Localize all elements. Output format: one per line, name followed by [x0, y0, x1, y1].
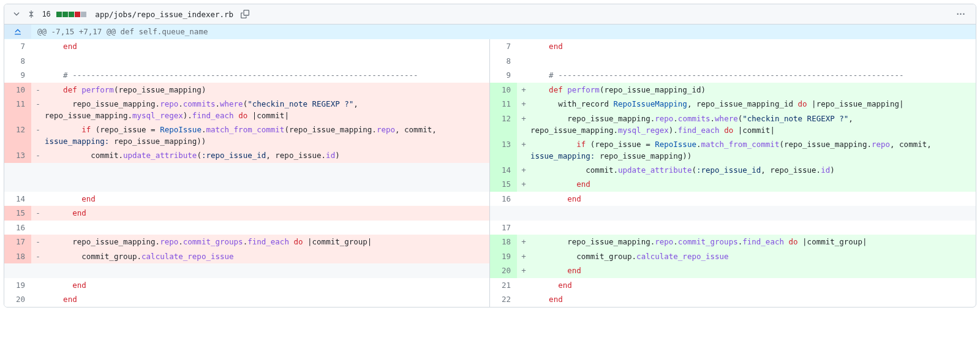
diffstat-added-square — [62, 12, 68, 17]
line-number[interactable]: 21 — [490, 278, 517, 293]
line-number[interactable]: 7 — [4, 39, 31, 54]
line-number[interactable]: 16 — [4, 221, 31, 235]
diff-line: 10- def perform(repo_issue_mapping) — [4, 83, 489, 97]
diff-line: 8 — [4, 54, 489, 69]
line-number[interactable]: 13 — [490, 137, 517, 163]
line-number[interactable]: 15 — [490, 177, 517, 192]
diff-marker: + — [517, 163, 530, 178]
diff-line: 9 # ------------------------------------… — [4, 68, 489, 83]
line-number[interactable]: 11 — [4, 97, 31, 123]
code-content: end — [45, 206, 489, 221]
line-number[interactable]: 20 — [4, 292, 31, 307]
line-number[interactable]: 17 — [490, 221, 517, 235]
diffstat — [56, 12, 86, 17]
expand-file-icon[interactable] — [26, 9, 36, 19]
diff-marker — [31, 68, 45, 83]
line-number[interactable]: 19 — [490, 249, 517, 264]
file-menu-icon[interactable]: ··· — [954, 9, 968, 19]
diff-line: 17- repo_issue_mapping.repo.commit_group… — [4, 235, 489, 249]
line-number[interactable]: 18 — [490, 235, 517, 249]
code-content — [45, 54, 489, 69]
diff-marker — [31, 39, 45, 54]
diff-file: 16 app/jobs/repo_issue_indexer.rb ··· @@… — [4, 4, 976, 308]
diff-left-side: 7 end89 # ------------------------------… — [4, 39, 490, 307]
code-content: # --------------------------------------… — [530, 68, 976, 83]
line-number[interactable]: 11 — [490, 97, 517, 111]
collapse-toggle-icon[interactable] — [12, 9, 21, 19]
diff-marker: + — [517, 235, 530, 249]
diff-line: 20 end — [4, 292, 489, 307]
diff-line: 16 — [4, 221, 489, 235]
diff-marker — [517, 221, 530, 235]
diff-line: 13- commit.update_attribute(:repo_issue_… — [4, 148, 489, 163]
diff-marker: - — [31, 235, 45, 249]
diff-marker: + — [517, 83, 530, 97]
code-content: commit_group.calculate_repo_issue — [45, 249, 489, 264]
line-number[interactable]: 13 — [4, 148, 31, 163]
diff-marker: - — [31, 249, 45, 264]
line-number[interactable]: 10 — [490, 83, 517, 97]
line-number[interactable]: 8 — [4, 54, 31, 69]
line-number[interactable]: 7 — [490, 39, 517, 54]
diff-marker — [517, 206, 530, 221]
diff-line: 20+ end — [490, 263, 976, 278]
diffstat-added-square — [69, 12, 74, 17]
line-number — [4, 177, 31, 192]
diff-marker — [31, 263, 45, 278]
code-content: commit_group.calculate_repo_issue — [530, 249, 976, 264]
diff-marker: - — [31, 123, 45, 148]
line-number[interactable]: 19 — [4, 278, 31, 293]
diff-line: 14 end — [4, 192, 489, 206]
code-content: end — [45, 292, 489, 307]
code-content: end — [530, 278, 976, 293]
code-content: end — [45, 39, 489, 54]
line-number — [4, 263, 31, 278]
diffstat-removed-square — [75, 12, 80, 17]
line-number[interactable]: 14 — [4, 192, 31, 206]
diff-line: 8 — [490, 54, 976, 69]
line-number[interactable]: 18 — [4, 249, 31, 264]
diff-line: 14+ commit.update_attribute(:repo_issue_… — [490, 163, 976, 178]
diff-line: 12- if (repo_issue = RepoIssue.match_fro… — [4, 123, 489, 148]
line-number[interactable]: 20 — [490, 263, 517, 278]
code-content: end — [45, 192, 489, 206]
code-content — [45, 177, 489, 192]
diff-marker: + — [517, 97, 530, 111]
diffstat-added-square — [56, 12, 62, 17]
line-number[interactable]: 12 — [490, 111, 517, 137]
line-number — [490, 206, 517, 221]
diff-line: 22 end — [490, 292, 976, 307]
diff-line: 9 # ------------------------------------… — [490, 68, 976, 83]
diff-marker: + — [517, 263, 530, 278]
line-number[interactable]: 15 — [4, 206, 31, 221]
diff-line: 19+ commit_group.calculate_repo_issue — [490, 249, 976, 264]
code-content: # --------------------------------------… — [45, 68, 489, 83]
line-number[interactable]: 9 — [4, 68, 31, 83]
line-number[interactable]: 12 — [4, 123, 31, 148]
line-number[interactable]: 9 — [490, 68, 517, 83]
line-number[interactable]: 22 — [490, 292, 517, 307]
line-number[interactable]: 8 — [490, 54, 517, 69]
code-content: end — [530, 177, 976, 192]
code-content — [45, 263, 489, 278]
diff-marker: - — [31, 83, 45, 97]
diff-marker — [31, 221, 45, 235]
line-number[interactable]: 17 — [4, 235, 31, 249]
diff-empty-row — [4, 177, 489, 192]
line-number[interactable]: 10 — [4, 83, 31, 97]
line-number[interactable]: 14 — [490, 163, 517, 178]
diff-empty-row — [4, 163, 489, 178]
code-content: with_record RepoIssueMapping, repo_issue… — [530, 97, 976, 111]
diff-table: 7 end89 # ------------------------------… — [4, 39, 976, 307]
code-content: commit.update_attribute(:repo_issue_id, … — [45, 148, 489, 163]
file-path[interactable]: app/jobs/repo_issue_indexer.rb — [95, 10, 233, 19]
lines-changed-count: 16 — [42, 10, 50, 18]
diff-marker — [31, 177, 45, 192]
code-content: end — [45, 278, 489, 293]
diff-marker — [31, 292, 45, 307]
diff-marker: + — [517, 111, 530, 137]
diff-line: 11- repo_issue_mapping.repo.commits.wher… — [4, 97, 489, 123]
expand-up-icon[interactable] — [4, 25, 31, 39]
line-number[interactable]: 16 — [490, 192, 517, 206]
copy-path-icon[interactable] — [241, 9, 251, 19]
